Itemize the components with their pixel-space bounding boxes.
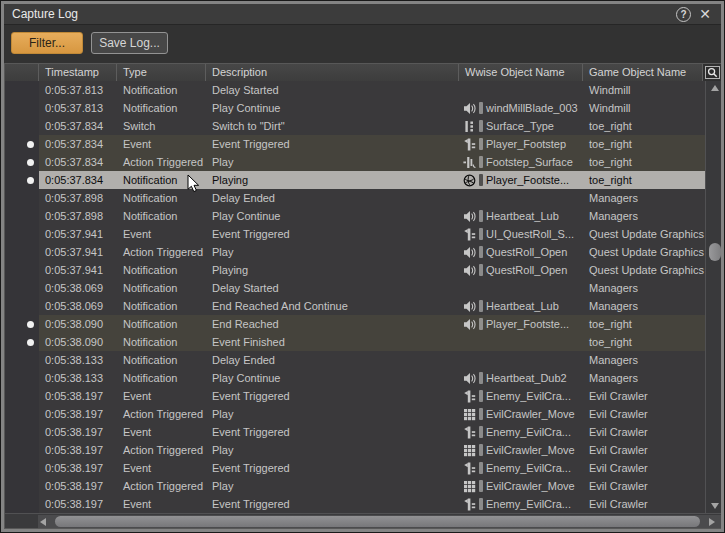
save-log-button[interactable]: Save Log... — [91, 32, 168, 54]
table-row[interactable]: 0:05:38.133 Notification Delay Ended Man… — [5, 351, 705, 369]
table-row[interactable]: 0:05:38.133 Notification Play Continue H… — [5, 369, 705, 387]
description-cell: End Reached — [206, 315, 459, 333]
column-header-description[interactable]: Description — [206, 64, 459, 81]
sound-icon — [463, 264, 476, 277]
wwise-object-cell: windMillBlade_003 — [459, 99, 583, 117]
game-object-cell: Quest Update Graphics — [583, 261, 705, 279]
event-icon — [463, 462, 476, 475]
horizontal-scroll-thumb[interactable] — [55, 516, 700, 527]
table-row[interactable]: 0:05:38.069 Notification Delay Started M… — [5, 279, 705, 297]
table-row[interactable]: 0:05:38.197 Action Triggered Play EvilCr… — [5, 405, 705, 423]
wwise-object-name: Player_Footste... — [486, 171, 569, 189]
vertical-scroll-thumb[interactable] — [709, 243, 721, 261]
scroll-up-arrow[interactable] — [706, 81, 721, 95]
type-cell: Event — [117, 387, 206, 405]
wwise-object-name: QuestRoll_Open — [486, 243, 567, 261]
sound-icon — [463, 210, 476, 223]
timestamp-cell: 0:05:38.197 — [39, 423, 117, 441]
timestamp-cell: 0:05:37.941 — [39, 225, 117, 243]
help-icon[interactable]: ? — [676, 7, 691, 22]
vertical-scrollbar[interactable] — [705, 81, 721, 513]
table-row[interactable]: 0:05:37.834 Notification Playing Player_… — [5, 171, 705, 189]
wwise-object-name: EvilCrawler_Move — [486, 405, 575, 423]
table-row[interactable]: 0:05:37.941 Action Triggered Play QuestR… — [5, 243, 705, 261]
container-icon — [463, 480, 476, 493]
filter-button[interactable]: Filter... — [11, 32, 83, 54]
column-header-timestamp[interactable]: Timestamp — [39, 64, 117, 81]
wwise-object-cell: Enemy_EvilCra... — [459, 423, 583, 441]
table-row[interactable]: 0:05:37.941 Notification Playing QuestRo… — [5, 261, 705, 279]
description-cell: Play — [206, 153, 459, 171]
type-cell: Notification — [117, 279, 206, 297]
table-row[interactable]: 0:05:37.834 Event Event Triggered Player… — [5, 135, 705, 153]
scroll-down-arrow[interactable] — [706, 499, 721, 513]
voice-indicator-bar — [479, 372, 483, 384]
search-button[interactable] — [703, 64, 721, 81]
marker-dot — [27, 141, 34, 148]
table-row[interactable]: 0:05:38.197 Action Triggered Play EvilCr… — [5, 441, 705, 459]
wwise-object-cell: EvilCrawler_Move — [459, 477, 583, 495]
wwise-object-cell: Enemy_EvilCra... — [459, 387, 583, 405]
wwise-object-cell — [459, 189, 583, 207]
wwise-object-cell: QuestRoll_Open — [459, 261, 583, 279]
row-marker-cell — [5, 117, 39, 135]
column-header-wwise-object[interactable]: Wwise Object Name — [459, 64, 583, 81]
row-marker-cell — [5, 459, 39, 477]
row-marker-cell — [5, 171, 39, 189]
horizontal-scrollbar[interactable] — [5, 513, 721, 528]
game-object-cell: Evil Crawler — [583, 459, 705, 477]
table-row[interactable]: 0:05:38.197 Event Event Triggered Enemy_… — [5, 423, 705, 441]
type-cell: Action Triggered — [117, 405, 206, 423]
marker-dot — [27, 177, 34, 184]
column-header-game-object[interactable]: Game Object Name — [583, 64, 703, 81]
event-icon — [463, 228, 476, 241]
game-object-cell: toe_right — [583, 315, 705, 333]
triangle-down-icon — [711, 503, 719, 509]
marker-dot — [27, 339, 34, 346]
wwise-object-name: Player_Footstep — [486, 135, 566, 153]
close-icon[interactable]: ✕ — [697, 5, 713, 23]
sound-icon — [463, 102, 476, 115]
wwise-object-name: Player_Footste... — [486, 315, 569, 333]
type-cell: Event — [117, 423, 206, 441]
row-marker-cell — [5, 441, 39, 459]
table-row[interactable]: 0:05:38.197 Action Triggered Play EvilCr… — [5, 477, 705, 495]
scroll-right-arrow[interactable] — [704, 514, 720, 529]
table-row[interactable]: 0:05:37.941 Event Event Triggered UI_Que… — [5, 225, 705, 243]
timestamp-cell: 0:05:37.834 — [39, 153, 117, 171]
table-row[interactable]: 0:05:38.197 Event Event Triggered Enemy_… — [5, 495, 705, 513]
table-row[interactable]: 0:05:37.898 Notification Delay Ended Man… — [5, 189, 705, 207]
table-row[interactable]: 0:05:38.197 Event Event Triggered Enemy_… — [5, 387, 705, 405]
type-cell: Action Triggered — [117, 153, 206, 171]
table-row[interactable]: 0:05:38.090 Notification End Reached Pla… — [5, 315, 705, 333]
description-cell: Delay Started — [206, 81, 459, 99]
row-marker-cell — [5, 261, 39, 279]
wwise-object-cell: Surface_Type — [459, 117, 583, 135]
table-row[interactable]: 0:05:37.834 Switch Switch to "Dirt" Surf… — [5, 117, 705, 135]
table-row[interactable]: 0:05:37.834 Action Triggered Play Footst… — [5, 153, 705, 171]
wwise-object-cell: Player_Footste... — [459, 171, 583, 189]
timestamp-cell: 0:05:38.197 — [39, 477, 117, 495]
table-row[interactable]: 0:05:37.813 Notification Play Continue w… — [5, 99, 705, 117]
voice-indicator-bar — [479, 390, 483, 402]
row-marker-cell — [5, 153, 39, 171]
wwise-object-cell: EvilCrawler_Move — [459, 405, 583, 423]
game-object-cell: Evil Crawler — [583, 477, 705, 495]
type-cell: Action Triggered — [117, 243, 206, 261]
scroll-left-arrow[interactable] — [35, 514, 51, 529]
description-cell: Event Triggered — [206, 387, 459, 405]
table-row[interactable]: 0:05:37.898 Notification Play Continue H… — [5, 207, 705, 225]
table-header: Timestamp Type Description Wwise Object … — [5, 64, 721, 81]
description-cell: Event Triggered — [206, 495, 459, 513]
type-cell: Notification — [117, 99, 206, 117]
table-row[interactable]: 0:05:37.813 Notification Delay Started W… — [5, 81, 705, 99]
wwise-object-cell — [459, 279, 583, 297]
marker-dot — [27, 159, 34, 166]
table-row[interactable]: 0:05:38.197 Event Event Triggered Enemy_… — [5, 459, 705, 477]
column-header-type[interactable]: Type — [117, 64, 206, 81]
table-row[interactable]: 0:05:38.069 Notification End Reached And… — [5, 297, 705, 315]
title-bar[interactable]: Capture Log ? ✕ — [4, 4, 721, 25]
table-row[interactable]: 0:05:38.090 Notification Event Finished … — [5, 333, 705, 351]
row-marker-cell — [5, 315, 39, 333]
timestamp-cell: 0:05:37.813 — [39, 81, 117, 99]
